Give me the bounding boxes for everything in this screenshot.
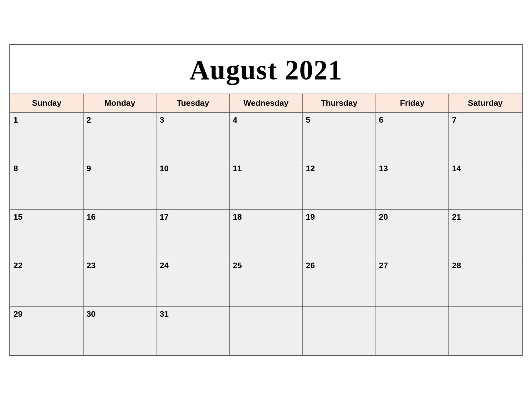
calendar-day-14[interactable]: 14 <box>449 161 522 210</box>
calendar-day-empty-4-3[interactable] <box>229 307 303 355</box>
header-sunday: Sunday <box>10 94 84 113</box>
calendar-day-7[interactable]: 7 <box>449 113 522 161</box>
week-row-4: 22232425262728 <box>10 258 522 307</box>
week-row-2: 891011121314 <box>10 161 522 210</box>
calendar-day-15[interactable]: 15 <box>10 210 84 258</box>
calendar-day-19[interactable]: 19 <box>303 210 376 258</box>
calendar-day-18[interactable]: 18 <box>229 210 303 258</box>
calendar-day-1[interactable]: 1 <box>10 113 84 161</box>
calendar-day-27[interactable]: 27 <box>376 258 449 307</box>
calendar-day-empty-4-4[interactable] <box>303 307 376 355</box>
week-row-5: 293031 <box>10 307 522 355</box>
calendar-day-28[interactable]: 28 <box>449 258 522 307</box>
calendar-day-30[interactable]: 30 <box>83 307 156 355</box>
header-thursday: Thursday <box>303 94 376 113</box>
calendar-day-8[interactable]: 8 <box>10 161 84 210</box>
calendar-day-17[interactable]: 17 <box>156 210 230 258</box>
calendar-title: August 2021 <box>10 45 522 94</box>
header-row: Sunday Monday Tuesday Wednesday Thursday… <box>10 94 522 113</box>
header-saturday: Saturday <box>449 94 522 113</box>
calendar-day-9[interactable]: 9 <box>83 161 156 210</box>
calendar-day-25[interactable]: 25 <box>229 258 303 307</box>
week-row-1: 1234567 <box>10 113 522 161</box>
calendar-day-29[interactable]: 29 <box>10 307 84 355</box>
week-row-3: 15161718192021 <box>10 210 522 258</box>
header-wednesday: Wednesday <box>229 94 303 113</box>
calendar-day-5[interactable]: 5 <box>303 113 376 161</box>
calendar-container: August 2021 Sunday Monday Tuesday Wednes… <box>9 44 523 356</box>
header-tuesday: Tuesday <box>156 94 230 113</box>
calendar-day-2[interactable]: 2 <box>83 113 156 161</box>
calendar-day-4[interactable]: 4 <box>229 113 303 161</box>
calendar-day-20[interactable]: 20 <box>376 210 449 258</box>
calendar-body: 1234567891011121314151617181920212223242… <box>10 113 522 355</box>
calendar-grid: Sunday Monday Tuesday Wednesday Thursday… <box>10 94 522 355</box>
calendar-day-26[interactable]: 26 <box>303 258 376 307</box>
calendar-day-23[interactable]: 23 <box>83 258 156 307</box>
calendar-day-3[interactable]: 3 <box>156 113 230 161</box>
calendar-day-31[interactable]: 31 <box>156 307 230 355</box>
calendar-day-21[interactable]: 21 <box>449 210 522 258</box>
header-friday: Friday <box>376 94 449 113</box>
calendar-day-24[interactable]: 24 <box>156 258 230 307</box>
calendar-day-6[interactable]: 6 <box>376 113 449 161</box>
calendar-day-13[interactable]: 13 <box>376 161 449 210</box>
calendar-day-12[interactable]: 12 <box>303 161 376 210</box>
calendar-day-16[interactable]: 16 <box>83 210 156 258</box>
calendar-day-10[interactable]: 10 <box>156 161 230 210</box>
calendar-day-11[interactable]: 11 <box>229 161 303 210</box>
calendar-day-empty-4-6[interactable] <box>449 307 522 355</box>
calendar-day-22[interactable]: 22 <box>10 258 84 307</box>
header-monday: Monday <box>83 94 156 113</box>
calendar-day-empty-4-5[interactable] <box>376 307 449 355</box>
